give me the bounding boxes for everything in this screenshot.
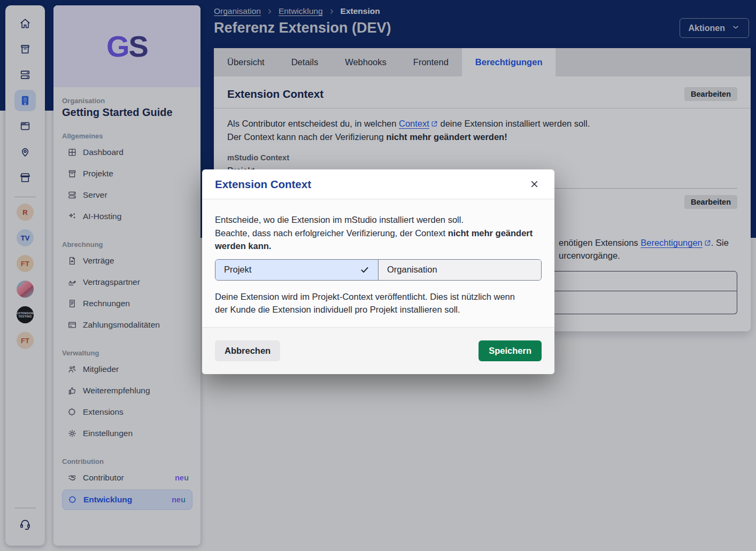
extension-context-modal: Extension Context Entscheide, wo die Ext… <box>202 169 554 374</box>
modal-header: Extension Context <box>202 169 554 199</box>
modal-body: Entscheide, wo die Extension im mStudio … <box>202 199 554 327</box>
speichern-button[interactable]: Speichern <box>479 340 542 361</box>
option-label: Organisation <box>387 265 437 275</box>
modal-footer: Abbrechen Speichern <box>202 327 554 374</box>
option-projekt[interactable]: Projekt <box>215 260 378 280</box>
option-organisation[interactable]: Organisation <box>378 260 541 280</box>
modal-title: Extension Context <box>215 178 311 191</box>
close-icon[interactable] <box>527 177 542 191</box>
abbrechen-button[interactable]: Abbrechen <box>215 340 280 361</box>
option-label: Projekt <box>224 265 251 275</box>
context-segmented-control: ProjektOrganisation <box>215 259 542 281</box>
modal-intro-text: Entscheide, wo die Extension im mStudio … <box>215 213 542 253</box>
app-root: RTVFTEXTENSION TESTINGFT GS Organisation… <box>0 0 756 551</box>
modal-description-text: Deine Extension wird im Projekt-Context … <box>215 290 542 316</box>
check-icon <box>360 265 369 275</box>
